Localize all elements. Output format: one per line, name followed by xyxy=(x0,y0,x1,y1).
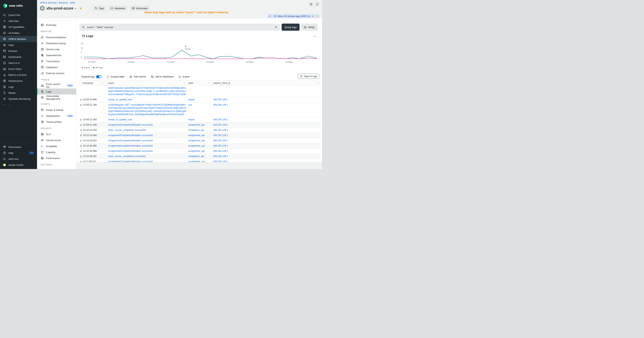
request-client-ip-link[interactable]: 169.254.129.1 xyxy=(213,145,228,147)
request-client-ip-link[interactable]: 169.254.129.1 xyxy=(213,129,228,131)
table-row[interactable]: 10:10:44.066AssignmentCompletionMutation… xyxy=(80,149,320,154)
subnav-item-service-map[interactable]: Service map xyxy=(37,46,76,52)
event-link[interactable]: create_or_update_user xyxy=(108,98,186,101)
subnav-item-databases[interactable]: Databases xyxy=(37,64,76,70)
time-forward-button[interactable] xyxy=(316,14,320,18)
label-link[interactable]: completion_api xyxy=(188,129,204,131)
entity-chevron-down-icon[interactable] xyxy=(74,8,77,10)
table-row[interactable]: 10:09:20.895create_or_update_userimport1… xyxy=(80,97,320,102)
event-link[interactable]: create_or_update_user xyxy=(108,118,186,121)
subnav-item-errors-errors-inb[interactable]: Errors (errors inb...New xyxy=(37,83,76,89)
sidebar-item-quick-find[interactable]: Quick Find xyxy=(0,12,37,18)
subnav-item-sla[interactable]: SLA xyxy=(37,131,76,137)
row-marker-icon[interactable] xyxy=(80,135,82,136)
legend-item-errors[interactable]: Errors xyxy=(82,67,90,69)
label-link[interactable]: assignment_api xyxy=(188,145,205,147)
row-marker-icon[interactable] xyxy=(80,130,82,131)
sidebar-item-apps[interactable]: Apps xyxy=(0,42,37,48)
request-client-ip-link[interactable]: 169.254.129.1 xyxy=(213,98,228,101)
label-link[interactable]: assignment_api xyxy=(188,139,205,142)
event-link[interactable]: cAh7D&code=eyJraWQiOiJjcGItY29yZV8wOTI1M… xyxy=(108,107,186,110)
remove-column-icon[interactable] xyxy=(101,82,103,84)
subnav-item-distributed-tracing[interactable]: Distributed tracing xyxy=(37,40,76,46)
row-marker-icon[interactable] xyxy=(80,150,82,152)
event-link[interactable]: <ASGIRequest: GET '/sso/callback/?state=… xyxy=(108,103,186,107)
sidebar-item-help[interactable]: Help70 xyxy=(0,150,37,156)
subnav-item-scalability[interactable]: Scalability xyxy=(37,143,76,149)
sidebar-item-synthetic-monitoring[interactable]: Synthetic Monitoring xyxy=(0,96,37,102)
sidebar-item-[interactable]: ... xyxy=(0,102,37,108)
expand-table-button[interactable]: Expand table xyxy=(106,75,124,78)
nrql-button[interactable]: NRQL xyxy=(301,24,318,31)
remove-column-icon[interactable] xyxy=(183,82,185,84)
newrelic-logo[interactable]: new relic xyxy=(0,0,37,9)
subnav-item-thread-profiler[interactable]: Thread profiler xyxy=(37,119,76,125)
label-link[interactable]: assignment_api xyxy=(188,134,205,137)
request-client-ip-link[interactable]: 169.254.129.1 xyxy=(213,155,228,158)
subnav-item-capacity[interactable]: Capacity xyxy=(37,149,76,155)
event-link[interactable]: nppcCI6IkRlZmxhdGUiLCJzZXIiOiIxLjAifQ..L… xyxy=(108,110,186,113)
table-row[interactable]: 10:10:35.305AssignmentCompletionMutation… xyxy=(80,143,320,149)
sidebar-item-errors-inbox[interactable]: Errors Inbox xyxy=(0,66,37,72)
request-client-ip-link[interactable]: 169.254.129.1 xyxy=(213,134,228,137)
add-column-button[interactable]: Add column xyxy=(130,75,146,78)
subnav-item-performance[interactable]: Performance xyxy=(37,155,76,161)
favorite-star-icon[interactable]: ★ xyxy=(79,6,82,10)
sidebar-item-logs[interactable]: Logs xyxy=(0,84,37,90)
table-row[interactable]: 10:10:13.235mark_course_completion succe… xyxy=(80,128,320,133)
toggle-on-icon[interactable] xyxy=(96,75,102,78)
table-row[interactable]: 10:10:14.094AssignmentCompletionMutation… xyxy=(80,133,320,138)
event-link[interactable]: vE1moHpkhokTVBvguN7_72JtGzGsqxZpn2OaKc3n… xyxy=(108,93,186,96)
remove-column-icon[interactable] xyxy=(317,82,319,84)
sidebar-item-all-capabilities[interactable]: All Capabilities xyxy=(0,24,37,30)
sidebar-item-iterativ-gmbh[interactable]: Iterativ GmbH xyxy=(0,162,37,168)
event-link[interactable]: JUQVU&code=eyJraWQiOiJjcGItY29yZV8wOTI1M… xyxy=(108,87,186,90)
log-query-input[interactable] xyxy=(87,26,275,29)
sidebar-item-metrics-events[interactable]: Metrics & Events xyxy=(0,72,37,78)
label-link[interactable]: sso xyxy=(188,104,192,106)
request-client-ip-link[interactable]: 169.254.129.1 xyxy=(213,124,228,126)
request-client-ip-link[interactable]: 169.254.129.1 xyxy=(213,139,228,142)
table-row[interactable]: 10:10:23.815AssignmentCompletionMutation… xyxy=(80,138,320,143)
sidebar-item-add-user[interactable]: Add User xyxy=(0,156,37,162)
row-marker-icon[interactable] xyxy=(80,119,82,121)
label-link[interactable]: completion_api xyxy=(188,155,204,158)
table-row[interactable]: 10:09:31.439AssignmentCompletionMutation… xyxy=(80,122,320,128)
legend-item-all-logs[interactable]: All Logs xyxy=(93,67,103,69)
event-link[interactable]: mark_course_completion successful xyxy=(108,155,186,158)
event-link[interactable]: 4LgSjsuUW8B0Mi8-Gdo_f6ofWhjpatNs9jaMs9qK… xyxy=(108,113,186,116)
sidebar-item-discussions[interactable]: Discussions xyxy=(0,144,37,150)
table-row[interactable]: 10:10:49.051mark_course_completion succe… xyxy=(80,154,320,159)
subnav-item-issues-activity[interactable]: Issues & activity xyxy=(37,107,76,113)
expand-logs-toggle[interactable]: Expand logs xyxy=(82,75,102,78)
subnav-item-external-services[interactable]: External services xyxy=(37,70,76,76)
sidebar-item-add-data[interactable]: Add Data xyxy=(0,18,37,24)
table-row[interactable]: 10:09:22.196<ASGIRequest: GET '/sso/call… xyxy=(80,102,320,117)
event-link[interactable]: AssignmentCompletionMutation successful xyxy=(108,144,186,147)
export-button[interactable]: Export xyxy=(178,75,190,78)
subnav-item-service-levels[interactable]: Service levels xyxy=(37,137,76,143)
breadcrumb-apm-services[interactable]: APM & Services xyxy=(40,2,57,4)
workloads-button[interactable]: Workloads xyxy=(130,6,150,11)
breadcrumb-services-apm[interactable]: Services - APM xyxy=(59,2,75,4)
section-menu-icon[interactable]: ... xyxy=(313,34,316,37)
row-marker-icon[interactable] xyxy=(80,124,82,126)
row-marker-icon[interactable] xyxy=(80,140,82,142)
row-marker-icon[interactable] xyxy=(80,104,82,106)
row-marker-icon[interactable] xyxy=(80,99,82,101)
event-link[interactable]: mark_course_completion successful xyxy=(108,129,186,132)
time-back-button[interactable] xyxy=(268,14,272,18)
permalink-button[interactable] xyxy=(315,2,320,7)
label-link[interactable]: import xyxy=(188,98,195,101)
remove-column-icon[interactable] xyxy=(208,82,210,84)
subnav-item-vulnerability-management[interactable]: Vulnerability Management xyxy=(37,95,76,101)
subnav-item-transactions[interactable]: Transactions xyxy=(37,58,76,64)
label-link[interactable]: assignment_api xyxy=(188,124,205,126)
tags-button[interactable]: Tags xyxy=(92,6,106,11)
time-range-selector[interactable]: Since 30 minutes ago (GMT+2) xyxy=(272,14,316,18)
sidebar-item-browser[interactable]: Browser xyxy=(0,48,37,54)
request-client-ip-link[interactable]: 169.254.129.1 xyxy=(213,118,228,121)
event-link[interactable]: AssignmentCompletionMutation successful xyxy=(108,123,186,127)
label-link[interactable]: import xyxy=(188,118,195,121)
query-logs-button[interactable]: Query logs xyxy=(282,24,300,31)
